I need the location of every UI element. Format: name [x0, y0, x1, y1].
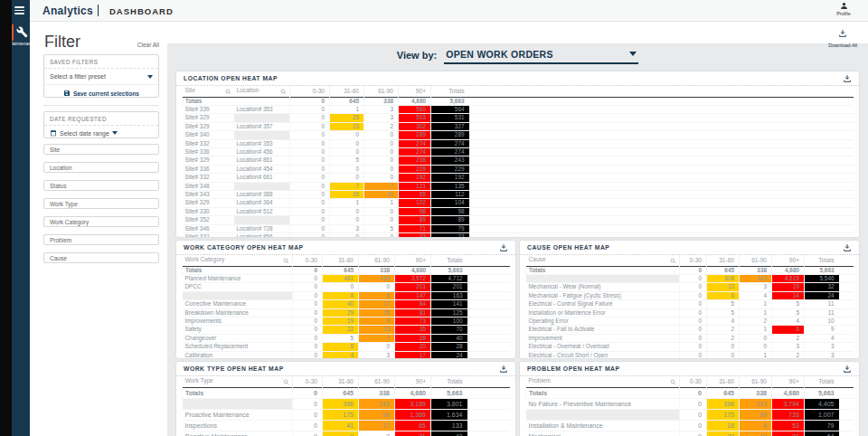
column-header[interactable]: Totals — [805, 376, 839, 387]
heatmap-cell: 274 — [399, 147, 431, 156]
filter-section-status[interactable]: Status — [43, 180, 159, 191]
column-header[interactable]: Totals — [431, 86, 469, 97]
heatmap-cell: 53 — [772, 420, 805, 431]
heatmap-cell: 1 — [364, 199, 399, 207]
heatmap-cell: 84 — [395, 300, 431, 308]
column-header[interactable]: 0-30 — [293, 376, 323, 387]
filter-preset-select[interactable]: Select a filter preset — [44, 69, 158, 85]
heatmap-cell: 3,189 — [395, 398, 431, 409]
heatmap-cell: 71 — [399, 224, 431, 232]
column-header[interactable]: 90+ — [395, 376, 431, 387]
search-icon[interactable] — [283, 258, 289, 264]
heatmap-cell: 0 — [290, 131, 330, 139]
panel-download-button[interactable] — [499, 243, 508, 252]
heatmap-cell: 0 — [293, 274, 323, 282]
heatmap-cell: 112 — [431, 190, 469, 198]
search-icon[interactable] — [670, 379, 676, 385]
column-header[interactable]: 31-60 — [707, 255, 740, 266]
heatmap-cell: 243 — [431, 156, 469, 165]
heatmap-cell: 5 — [772, 300, 805, 308]
totals-cell: 338 — [364, 97, 399, 105]
chevron-down-icon — [147, 75, 153, 79]
column-header[interactable]: 0-30 — [290, 86, 330, 97]
column-header[interactable]: 90+ — [772, 255, 805, 266]
hamburger-menu-icon[interactable] — [14, 6, 24, 14]
row-label: Breakdown Maintenance — [183, 308, 293, 317]
heatmap-cell: 0 — [364, 139, 399, 147]
heatmap-cell: 0 — [680, 283, 707, 291]
heatmap-cell: 1 — [740, 351, 772, 358]
column-header[interactable]: 61-90 — [359, 255, 395, 266]
table-row: 0175997331,007 — [526, 409, 854, 420]
column-header[interactable]: 31-60 — [330, 86, 364, 97]
column-header[interactable]: 90+ — [772, 376, 805, 387]
table-row: Breakdown Maintenance0291581125 — [183, 308, 511, 317]
column-header[interactable]: 0-30 — [680, 376, 707, 387]
search-icon[interactable] — [670, 258, 676, 264]
filter-section-site[interactable]: Site — [43, 144, 159, 155]
clear-all-link[interactable]: Clear All — [137, 42, 159, 48]
heatmap-cell: 0 — [359, 283, 395, 291]
heatmap-cell: 141 — [431, 300, 467, 308]
save-selections-button[interactable]: Save current selections — [44, 85, 158, 101]
filter-section-work-type[interactable]: Work Type — [43, 198, 159, 209]
totals-cell: 645 — [323, 266, 359, 274]
heatmap-cell: 13 — [359, 326, 395, 334]
panel-title: CAUSE OPEN HEAT MAP — [527, 244, 609, 251]
column-header[interactable]: 0-30 — [293, 255, 323, 266]
panel-download-button[interactable] — [499, 365, 508, 374]
filter-section-problem[interactable]: Problem — [43, 234, 159, 245]
heatmap-cell: 7 — [359, 334, 395, 342]
panel-download-button[interactable] — [843, 74, 852, 83]
column-header[interactable]: Totals — [805, 255, 839, 266]
column-header[interactable]: 61-90 — [359, 376, 395, 387]
profile-button[interactable]: Profile — [828, 2, 859, 16]
column-header[interactable]: 31-60 — [323, 376, 359, 387]
date-range-select[interactable]: Select date range — [44, 126, 158, 140]
heatmap-cell: 0 — [680, 398, 707, 409]
filter-section-cause[interactable]: Cause — [43, 252, 159, 263]
search-icon[interactable] — [280, 89, 287, 95]
row-label — [526, 409, 680, 420]
heatmap-cell: 0 — [707, 343, 740, 351]
column-header[interactable]: Totals — [431, 255, 467, 266]
app-brand: Analytics — [42, 5, 93, 17]
search-icon[interactable] — [225, 89, 231, 95]
column-header[interactable]: Totals — [431, 376, 467, 387]
heatmap-cell: 0 — [290, 199, 330, 207]
tab-dashboard[interactable]: DASHBOARD — [109, 6, 174, 16]
row-label: Location# 856 — [234, 233, 290, 238]
heatmap-cell: 31 — [395, 431, 431, 436]
sidebar-item-maintenance[interactable]: Maintenance — [12, 24, 30, 41]
heatmap-cell: 175 — [323, 409, 359, 420]
heatmap-cell: 0 — [293, 291, 323, 299]
row-label: Site# 336 — [183, 147, 234, 156]
download-all-button[interactable]: Download All — [828, 25, 857, 48]
heatmap-cell: 481 — [323, 274, 359, 282]
heatmap-cell: 6 — [707, 291, 740, 299]
row-label: DPCC — [183, 283, 293, 291]
column-header[interactable]: 61-90 — [740, 255, 772, 266]
heatmap-cell: 32 — [805, 283, 839, 291]
column-header[interactable]: 61-90 — [364, 86, 399, 97]
column-header[interactable]: 90+ — [399, 86, 431, 97]
view-by-dropdown[interactable]: OPEN WORK ORDERS — [444, 47, 638, 64]
row-label: Scheduled Replacement — [183, 343, 293, 351]
heatmap-cell: 0 — [680, 308, 707, 317]
column-header[interactable]: 31-60 — [323, 255, 359, 266]
column-header[interactable]: 61-90 — [740, 376, 772, 387]
column-header[interactable]: 31-60 — [707, 376, 740, 387]
column-header[interactable]: 90+ — [395, 255, 431, 266]
heatmap-cell: 238 — [399, 156, 431, 165]
filter-section-work-category[interactable]: Work Category — [43, 216, 159, 227]
heatmap-cell: 0 — [740, 334, 772, 342]
heatmap-cell: 274 — [399, 139, 431, 147]
panel-download-button[interactable] — [843, 365, 852, 374]
column-header[interactable]: 0-30 — [680, 255, 707, 266]
sidebar-item-label: Maintenance — [7, 41, 38, 46]
heatmap-cell: 8 — [740, 420, 772, 431]
filter-section-location[interactable]: Location — [43, 162, 159, 173]
totals-cell: 338 — [740, 266, 772, 274]
search-icon[interactable] — [283, 379, 289, 385]
panel-download-button[interactable] — [843, 243, 852, 252]
